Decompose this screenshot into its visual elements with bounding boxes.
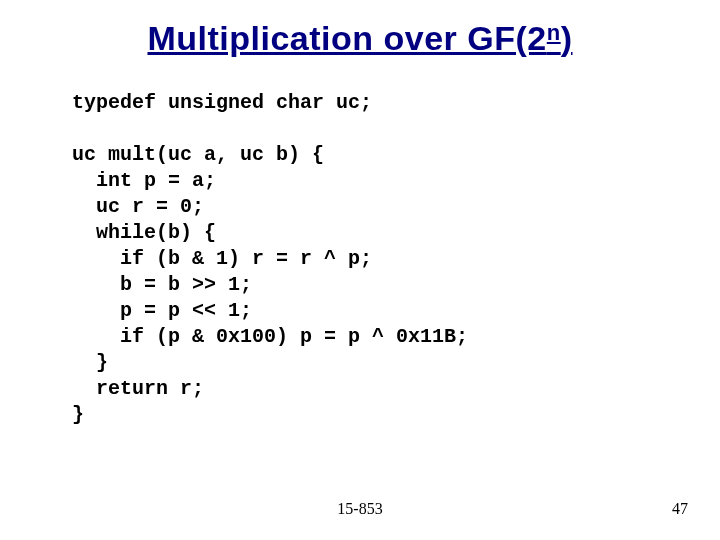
code-line: } [72,351,108,374]
title-prefix: Multiplication over GF(2 [147,19,546,57]
code-line: uc r = 0; [72,195,204,218]
slide-title: Multiplication over GF(2n) [0,18,720,58]
footer-page-number: 47 [672,500,688,518]
slide: Multiplication over GF(2n) typedef unsig… [0,0,720,540]
code-line: int p = a; [72,169,216,192]
code-line: } [72,403,84,426]
code-line: uc mult(uc a, uc b) { [72,143,324,166]
code-line: return r; [72,377,204,400]
code-block: typedef unsigned char uc; uc mult(uc a, … [72,90,468,428]
code-line: typedef unsigned char uc; [72,91,372,114]
title-suffix: ) [561,19,573,57]
code-line: p = p << 1; [72,299,252,322]
title-superscript: n [547,20,561,45]
code-line: if (b & 1) r = r ^ p; [72,247,372,270]
code-line: if (p & 0x100) p = p ^ 0x11B; [72,325,468,348]
footer-course: 15-853 [0,500,720,518]
code-line: while(b) { [72,221,216,244]
code-line: b = b >> 1; [72,273,252,296]
